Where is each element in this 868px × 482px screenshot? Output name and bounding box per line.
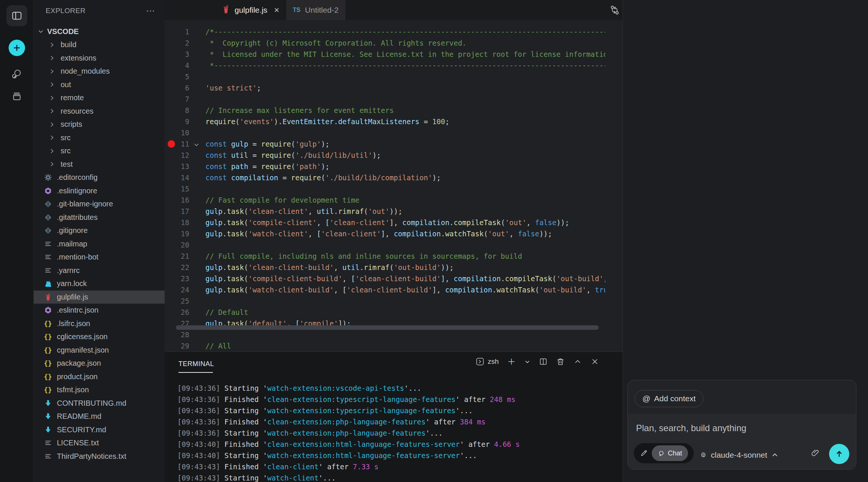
- file-label: node_modules: [61, 67, 110, 76]
- model-selector[interactable]: claude-4-sonnet: [700, 451, 779, 460]
- horizontal-scrollbar[interactable]: [176, 325, 599, 330]
- line-number: 6: [165, 82, 189, 93]
- file-item-gulpfile.js[interactable]: gulpfile.js: [34, 291, 165, 304]
- line-number: 19: [165, 228, 189, 239]
- file-item-.eslintignore[interactable]: .eslintignore: [34, 184, 165, 198]
- launch-profile-chevron-icon[interactable]: [524, 359, 531, 365]
- file-item-yarn.lock[interactable]: yarn.lock: [34, 277, 165, 291]
- code-line: 10: [165, 127, 605, 138]
- chevron-right-icon: [49, 107, 56, 115]
- file-item-SECURITY.md[interactable]: SECURITY.md: [34, 423, 165, 437]
- new-chat-plus-icon[interactable]: [9, 40, 25, 56]
- line-number: 14: [165, 172, 189, 183]
- file-label: LICENSE.txt: [57, 439, 99, 447]
- file-item-tsfmt.json[interactable]: {}tsfmt.json: [34, 383, 165, 397]
- code-line: 12const util = require('./build/lib/util…: [165, 150, 605, 161]
- folder-item-scripts[interactable]: scripts: [34, 118, 165, 131]
- file-item-.git-blame-ignore[interactable]: .git-blame-ignore: [34, 197, 165, 211]
- send-button[interactable]: [829, 444, 849, 464]
- line-number: 10: [165, 127, 189, 138]
- file-item-product.json[interactable]: {}product.json: [34, 370, 165, 384]
- braces-icon: {}: [43, 319, 52, 328]
- explorer-more-actions-icon[interactable]: ⋯: [146, 9, 156, 13]
- file-item-LICENSE.txt[interactable]: LICENSE.txt: [34, 436, 165, 450]
- folder-item-test[interactable]: test: [34, 158, 165, 171]
- file-label: SECURITY.md: [57, 426, 106, 434]
- file-item-cglicenses.json[interactable]: {}cglicenses.json: [34, 330, 165, 344]
- chat-placeholder: Plan, search, build anything: [636, 423, 746, 433]
- file-item-.eslintrc.json[interactable]: .eslintrc.json: [34, 304, 165, 317]
- split-terminal-icon[interactable]: [539, 357, 548, 366]
- model-name: claude-4-sonnet: [711, 451, 767, 460]
- file-item-package.json[interactable]: {}package.json: [34, 357, 165, 370]
- kill-terminal-icon[interactable]: [556, 357, 565, 366]
- tab-untitled-2[interactable]: TS Untitled-2: [286, 0, 345, 20]
- terminal-output[interactable]: [09:43:36] Starting 'watch-extension:vsc…: [177, 383, 619, 482]
- folder-item-build[interactable]: build: [34, 38, 165, 52]
- code-line: 8// Increase max listeners for event emi…: [165, 105, 605, 116]
- code-editor[interactable]: 1/*-------------------------------------…: [165, 20, 605, 351]
- maximize-panel-icon[interactable]: [573, 357, 582, 366]
- send-arrow-icon: [834, 449, 844, 459]
- code-line: 19gulp.task('watch-client', ['clean-clie…: [165, 228, 605, 239]
- file-label: .editorconfig: [57, 173, 98, 182]
- file-item-.mention-bot[interactable]: .mention-bot: [34, 251, 165, 264]
- chat-context-row: @ Add context: [628, 380, 856, 414]
- yarn-icon: [43, 279, 52, 288]
- file-label: cgmanifest.json: [57, 346, 109, 354]
- file-label: extensions: [61, 54, 97, 62]
- terminal-tab[interactable]: TERMINAL: [178, 360, 214, 368]
- line-number: 9: [165, 116, 189, 127]
- tab-label: Untitled-2: [305, 6, 339, 15]
- file-item-README.md[interactable]: README.md: [34, 410, 165, 423]
- file-item-.editorconfig[interactable]: .editorconfig: [34, 171, 165, 184]
- file-item-.yarnrc[interactable]: .yarnrc: [34, 264, 165, 277]
- folder-item-resources[interactable]: resources: [34, 105, 165, 118]
- braces-icon: {}: [43, 332, 52, 341]
- gear-icon: [43, 173, 52, 182]
- chevron-right-icon: [49, 41, 56, 49]
- file-label: CONTRIBUTING.md: [57, 399, 126, 408]
- terminal-line: [09:43:36] Finished 'clean-extension:typ…: [177, 394, 619, 405]
- close-panel-icon[interactable]: [590, 357, 599, 366]
- tab-label: gulpfile.js: [235, 6, 268, 15]
- new-terminal-icon[interactable]: [507, 357, 516, 366]
- file-item-.gitattributes[interactable]: .gitattributes: [34, 211, 165, 224]
- file-label: out: [61, 80, 71, 89]
- mode-toggle[interactable]: Chat: [634, 443, 694, 463]
- md-icon: [43, 412, 52, 421]
- file-label: yarn.lock: [57, 279, 87, 288]
- fold-chevron-icon[interactable]: [193, 140, 201, 147]
- folder-item-src[interactable]: src: [34, 131, 165, 145]
- chat-bubbles-icon[interactable]: [6, 64, 27, 85]
- close-icon[interactable]: ×: [274, 5, 279, 15]
- folder-item-extensions[interactable]: extensions: [34, 52, 165, 65]
- file-item-CONTRIBUTING.md[interactable]: CONTRIBUTING.md: [34, 397, 165, 410]
- folder-item-remote[interactable]: remote: [34, 91, 165, 105]
- tree-root-vscode[interactable]: VSCODE: [37, 25, 165, 38]
- sidebar-toggle-icon[interactable]: [6, 5, 27, 26]
- tab-gulpfile[interactable]: gulpfile.js ×: [215, 0, 286, 20]
- file-item-.lsifrc.json[interactable]: {}.lsifrc.json: [34, 317, 165, 331]
- compare-changes-icon[interactable]: [609, 4, 620, 17]
- folder-item-out[interactable]: out: [34, 78, 165, 92]
- chat-input-area[interactable]: Plan, search, build anything Chat claude…: [628, 414, 856, 469]
- chat-mode-button[interactable]: Chat: [652, 445, 688, 461]
- add-context-button[interactable]: @ Add context: [635, 390, 703, 407]
- file-item-.gitignore[interactable]: .gitignore: [34, 224, 165, 237]
- folder-item-src[interactable]: src: [34, 144, 165, 158]
- file-item-.mailmap[interactable]: .mailmap: [34, 237, 165, 251]
- archive-box-icon[interactable]: [6, 86, 27, 107]
- pencil-icon: [640, 449, 648, 457]
- code-line: 17gulp.task('clean-client', util.rimraf(…: [165, 206, 605, 217]
- file-item-cgmanifest.json[interactable]: {}cgmanifest.json: [34, 344, 165, 357]
- file-label: cglicenses.json: [57, 332, 108, 341]
- terminal-shell-selector[interactable]: zsh: [476, 357, 499, 366]
- tab-bar: gulpfile.js × TS Untitled-2: [165, 0, 623, 20]
- folder-item-node_modules[interactable]: node_modules: [34, 65, 165, 78]
- code-line: 14const compilation = require('./build/l…: [165, 172, 605, 183]
- explorer-title: EXPLORER: [46, 7, 86, 15]
- paperclip-icon[interactable]: [810, 448, 820, 459]
- file-label: remote: [61, 93, 84, 102]
- file-item-ThirdPartyNotices.txt[interactable]: ThirdPartyNotices.txt: [34, 450, 165, 463]
